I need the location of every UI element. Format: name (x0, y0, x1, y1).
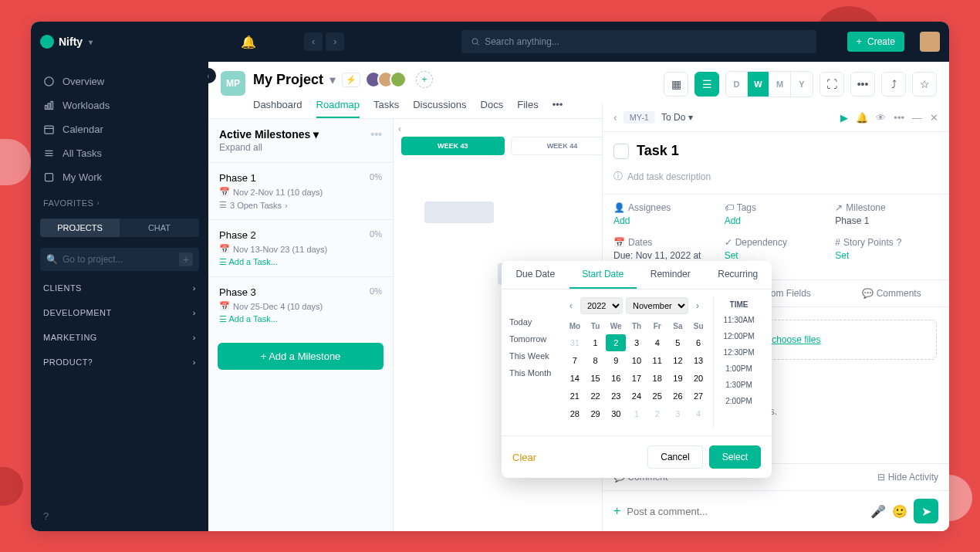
sidebar-item-calendar[interactable]: Calendar (31, 117, 208, 141)
calendar-day[interactable]: 12 (668, 352, 688, 369)
add-project-button[interactable]: + (179, 252, 193, 266)
category-clients[interactable]: CLIENTS› (31, 276, 208, 300)
calendar-day[interactable]: 4 (647, 334, 667, 351)
member-avatar[interactable] (390, 71, 407, 88)
bell-icon[interactable]: 🔔 (856, 112, 868, 124)
year-select[interactable]: 2022 (580, 297, 623, 314)
calendar-day[interactable]: 31 (565, 334, 585, 351)
user-avatar[interactable] (920, 32, 940, 52)
prev-month-button[interactable]: ‹ (565, 299, 577, 313)
story-set[interactable]: Set (835, 250, 938, 261)
calendar-day[interactable]: 6 (688, 334, 708, 351)
play-icon[interactable]: ▶ (840, 112, 848, 124)
assignees-add[interactable]: Add (613, 215, 717, 226)
more-icon[interactable]: ••• (894, 112, 904, 124)
quick-thismonth[interactable]: This Month (509, 368, 565, 378)
focus-button[interactable]: ⛶ (819, 72, 844, 97)
time-option[interactable]: 11:30AM (714, 312, 764, 328)
calendar-day[interactable]: 27 (688, 388, 708, 405)
milestones-title[interactable]: Active Milestones ▾ ••• (219, 128, 382, 141)
star-button[interactable]: ☆ (912, 72, 937, 97)
tab-more[interactable]: ••• (553, 93, 563, 118)
tab-files[interactable]: Files (517, 93, 538, 118)
mic-icon[interactable]: 🎤 (870, 504, 886, 519)
calendar-day[interactable]: 3 (668, 405, 688, 422)
calendar-day[interactable]: 24 (627, 388, 647, 405)
tab-start-date[interactable]: Start Date (569, 261, 637, 289)
add-milestone-button[interactable]: + Add a Milestone (218, 343, 384, 370)
calendar-day[interactable]: 3 (627, 334, 647, 351)
bolt-icon[interactable]: ⚡ (342, 73, 360, 87)
add-icon[interactable]: + (613, 504, 620, 518)
expand-all-button[interactable]: Expand all (219, 142, 382, 153)
milestone-value[interactable]: Phase 1 (835, 215, 938, 226)
select-button[interactable]: Select (709, 445, 761, 469)
calendar-day[interactable]: 14 (565, 370, 585, 387)
tab-docs[interactable]: Docs (481, 93, 504, 118)
app-logo[interactable]: Nifty ▾ (40, 35, 93, 49)
tab-tasks[interactable]: Tasks (373, 93, 399, 118)
share-button[interactable]: ⤴ (881, 72, 906, 97)
bell-icon[interactable]: 🔔 (241, 35, 256, 49)
time-option[interactable]: 2:00PM (714, 393, 764, 409)
calendar-day[interactable]: 30 (606, 405, 626, 422)
calendar-day[interactable]: 21 (565, 388, 585, 405)
tab-roadmap[interactable]: Roadmap (316, 93, 360, 118)
category-development[interactable]: DEVELOPMENT› (31, 300, 208, 325)
calendar-day[interactable]: 20 (688, 370, 708, 387)
next-month-button[interactable]: › (691, 299, 704, 313)
add-member-button[interactable]: + (416, 71, 433, 88)
calendar-day[interactable]: 2 (647, 405, 667, 422)
hide-activity-button[interactable]: ⊟ Hide Activity (877, 472, 938, 483)
time-option[interactable]: 12:30PM (714, 344, 764, 361)
tab-dashboard[interactable]: Dashboard (253, 93, 302, 118)
calendar-day[interactable]: 5 (668, 334, 688, 351)
category-product[interactable]: PRODUCT ?› (31, 350, 208, 374)
milestone-phase-1[interactable]: Phase 1 📅 Nov 2-Nov 11 (10 days) ☰ 3 Ope… (208, 162, 393, 219)
eye-icon[interactable]: 👁 (876, 112, 886, 124)
view-week[interactable]: W (748, 72, 769, 97)
chevron-down-icon[interactable]: ▾ (329, 73, 336, 87)
clear-button[interactable]: Clear (512, 452, 536, 463)
calendar-day[interactable]: 9 (606, 352, 626, 369)
calendar-day[interactable]: 10 (627, 352, 647, 369)
gantt-bar[interactable] (424, 201, 494, 223)
back-button[interactable]: ‹ (613, 111, 617, 124)
calendar-day[interactable]: 1 (627, 405, 647, 422)
calendar-day[interactable]: 15 (586, 370, 606, 387)
view-year[interactable]: Y (791, 72, 813, 97)
search-input[interactable]: Search anything... (461, 30, 816, 53)
send-button[interactable]: ➤ (914, 499, 938, 523)
status-dropdown[interactable]: To Do ▾ (661, 112, 693, 123)
calendar-day[interactable]: 2 (606, 334, 626, 351)
time-option[interactable]: 12:00PM (714, 328, 764, 344)
milestone-phase-2[interactable]: Phase 2 📅 Nov 13-Nov 23 (11 days) ☰ Add … (208, 219, 393, 276)
tags-add[interactable]: Add (725, 215, 828, 226)
quick-tomorrow[interactable]: Tomorrow (509, 334, 565, 344)
calendar-day[interactable]: 25 (647, 388, 667, 405)
calendar-day[interactable]: 26 (668, 388, 688, 405)
dependency-set[interactable]: Set (725, 250, 828, 261)
help-icon[interactable]: ? (43, 510, 49, 522)
minimize-icon[interactable]: — (912, 112, 922, 124)
calendar-day[interactable]: 13 (688, 352, 708, 369)
sidebar-item-mywork[interactable]: My Work (31, 165, 208, 189)
sidebar-item-overview[interactable]: Overview (31, 69, 208, 93)
tab-due-date[interactable]: Due Date (502, 261, 569, 289)
collapse-sidebar-button[interactable]: ‹ (201, 68, 216, 83)
tab-chat[interactable]: CHAT (120, 218, 199, 237)
create-button[interactable]: + Create (847, 32, 904, 52)
category-marketing[interactable]: MARKETING› (31, 325, 208, 350)
time-option[interactable]: 1:00PM (714, 361, 764, 377)
more-button[interactable]: ••• (850, 72, 875, 97)
calendar-day[interactable]: 19 (668, 370, 688, 387)
cancel-button[interactable]: Cancel (647, 445, 702, 469)
close-icon[interactable]: ✕ (930, 112, 938, 124)
add-task-link[interactable]: ☰ Add a Task... (219, 314, 382, 324)
task-title[interactable]: Task 1 (637, 143, 679, 159)
task-id[interactable]: MY-1 (623, 111, 655, 124)
favorites-header[interactable]: FAVORITES › (31, 189, 208, 212)
month-select[interactable]: November (626, 297, 688, 314)
complete-checkbox[interactable] (613, 144, 629, 159)
time-option[interactable]: 1:30PM (714, 377, 764, 393)
